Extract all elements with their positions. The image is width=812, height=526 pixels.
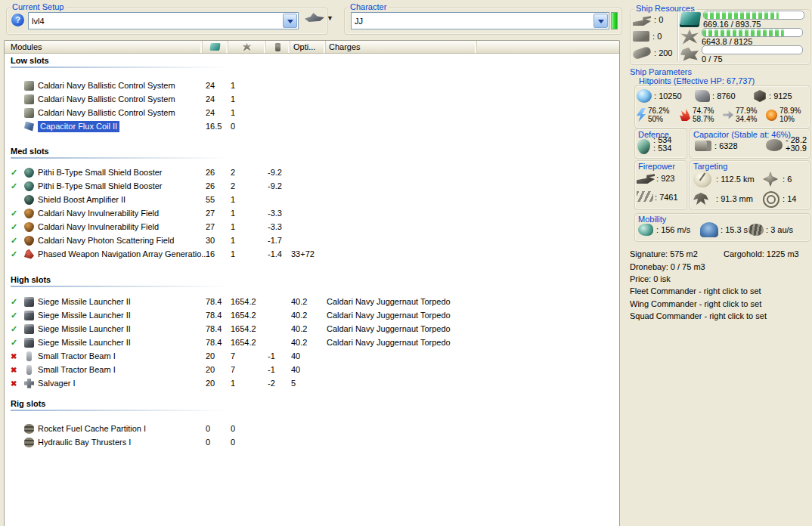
chevron-down-icon[interactable] [283, 14, 297, 28]
module-cpu-value: 0 [203, 422, 228, 435]
chevron-down-icon[interactable] [594, 14, 608, 28]
module-active-check-icon[interactable]: ✓ [5, 206, 24, 220]
module-charge-name [324, 376, 619, 390]
module-name-text: Hydraulic Bay Thrusters I [38, 438, 131, 447]
column-header-powergrid[interactable] [228, 41, 266, 53]
column-header-cpu[interactable] [203, 41, 228, 53]
module-active-check-icon[interactable]: ✓ [5, 179, 24, 193]
tractor-beam-icon [26, 365, 32, 375]
ship-select-button[interactable]: ▼ [305, 13, 333, 23]
help-icon[interactable] [11, 14, 24, 26]
module-powergrid-value: 0 [228, 435, 265, 449]
setup-combobox[interactable]: lvl4 [28, 12, 299, 29]
cargohold-line: Cargohold: 1225 m3 [724, 249, 799, 258]
module-active-check-icon[interactable]: ✓ [5, 308, 24, 322]
module-row[interactable]: ✖Small Tractor Beam I207-140 [5, 349, 619, 363]
character-combobox[interactable]: JJ [351, 12, 609, 29]
module-row[interactable]: ✓Caldari Navy Photon Scattering Field301… [5, 234, 619, 247]
resist-values: 78.9%10% [779, 107, 801, 123]
module-active-check-icon[interactable]: ✓ [5, 322, 24, 336]
targeting-range-icon [693, 171, 711, 187]
module-row[interactable]: ✓Pithi B-Type Small Shield Booster262-9.… [5, 179, 619, 193]
fleet-commander-line[interactable]: Fleet Commander - right click to set [630, 286, 761, 295]
mobility-align: 15.3 s [721, 225, 748, 234]
calibration-icon [632, 46, 652, 60]
module-capacitor-value [265, 336, 288, 349]
module-active-check-icon[interactable]: ✓ [5, 234, 24, 247]
module-active-check-icon[interactable]: ✓ [5, 295, 24, 308]
character-combobox-value: JJ [352, 17, 593, 26]
em-resist-icon [637, 108, 646, 122]
module-row[interactable]: ✓Siege Missile Launcher II78.41654.240.2… [5, 336, 619, 349]
module-capacitor-value [265, 322, 288, 336]
module-optimal-value [288, 193, 324, 206]
module-row[interactable]: ✓Caldari Navy Invulnerability Field271-3… [5, 206, 619, 220]
module-icon-cell [24, 349, 38, 363]
module-charge-name [324, 119, 619, 133]
module-name: Caldari Navy Invulnerability Field [38, 206, 203, 220]
module-row[interactable]: Shield Boost Amplifier II551 [5, 193, 619, 206]
module-row[interactable]: ✓Siege Missile Launcher II78.41654.240.2… [5, 295, 619, 308]
module-row[interactable]: ✓Siege Missile Launcher II78.41654.240.2… [5, 308, 619, 322]
module-row[interactable]: Rocket Fuel Cache Partition I00 [5, 422, 619, 435]
squad-commander-line[interactable]: Squad Commander - right click to set [630, 311, 767, 320]
slot-group-label: Rig slots [5, 399, 619, 410]
resist-base-pct: 10% [779, 115, 801, 123]
module-capacitor-value [265, 106, 288, 119]
module-icon-cell [24, 193, 38, 206]
module-row[interactable]: ✓Pithi B-Type Small Shield Booster262-9.… [5, 166, 619, 179]
module-charge-name [324, 106, 619, 119]
module-offline-cross-icon[interactable]: ✖ [5, 349, 24, 363]
module-powergrid-value: 1 [228, 92, 265, 106]
slot-group-underline [11, 410, 228, 411]
resource-bar-column: 669.16 / 893.75 [703, 11, 804, 29]
column-header-charges[interactable]: Charges [326, 41, 477, 53]
module-row[interactable]: ✓Phased Weapon Navigation Array Generati… [5, 247, 619, 261]
wing-commander-line[interactable]: Wing Commander - right click to set [630, 299, 761, 308]
module-section: Rig slotsRocket Fuel Cache Partition I00… [5, 399, 619, 449]
module-row[interactable]: ✓Siege Missile Launcher II78.41654.240.2… [5, 322, 619, 336]
module-optimal-value: 40.2 [288, 295, 324, 308]
module-row[interactable]: Caldari Navy Ballistic Control System241 [5, 92, 619, 106]
module-row[interactable]: Caldari Navy Ballistic Control System241 [5, 106, 619, 119]
module-offline-cross-icon[interactable]: ✖ [5, 363, 24, 376]
module-charge-name: Caldari Navy Juggernaut Torpedo [324, 295, 619, 308]
invulnerability-icon [24, 222, 34, 232]
column-header-capacitor[interactable] [266, 41, 290, 53]
rig-icon [24, 438, 34, 447]
module-row[interactable]: ✓Caldari Navy Invulnerability Field271-3… [5, 220, 619, 234]
shield-amplifier-icon [24, 195, 34, 205]
module-active-check-icon[interactable]: ✓ [5, 220, 24, 234]
resources-divider [677, 13, 678, 61]
module-rows: ✓Siege Missile Launcher II78.41654.240.2… [5, 295, 619, 390]
column-header-optimal[interactable]: Opti... [290, 41, 326, 53]
dronebay-icon [680, 48, 699, 61]
module-row[interactable]: ✖Small Tractor Beam I207-140 [5, 363, 619, 376]
defence-shield-icon [637, 139, 650, 154]
module-row[interactable]: ✖Salvager I201-25 [5, 376, 619, 390]
module-name-text: Siege Missile Launcher II [38, 311, 131, 320]
module-icon-cell [24, 308, 38, 322]
module-active-check-icon[interactable]: ✓ [5, 336, 24, 349]
module-optimal-value [288, 435, 324, 449]
module-active-check-icon[interactable]: ✓ [5, 166, 24, 179]
phased-weapon-icon [24, 249, 34, 259]
module-offline-cross-icon[interactable]: ✖ [5, 376, 24, 390]
module-capacitor-value [265, 92, 288, 106]
character-label: Character [348, 2, 389, 11]
module-name: Caldari Navy Photon Scattering Field [38, 234, 203, 247]
siege-launcher-icon [24, 297, 34, 307]
module-row[interactable]: Hydraulic Bay Thrusters I00 [5, 435, 619, 449]
module-cpu-value: 26 [203, 166, 228, 179]
hitpoint-pool-value: 8760 [712, 91, 736, 101]
module-state-blank [5, 106, 24, 119]
module-capacitor-value: -1 [265, 363, 288, 376]
module-capacitor-value: -1.7 [265, 234, 288, 247]
module-active-check-icon[interactable]: ✓ [5, 247, 24, 261]
resist-values: 77.9%34.4% [736, 107, 757, 123]
column-header-modules[interactable]: Modules [5, 41, 203, 53]
module-cpu-value: 27 [203, 206, 228, 220]
module-row[interactable]: Caldari Navy Ballistic Control System241 [5, 79, 619, 92]
module-name-text: Siege Missile Launcher II [38, 338, 131, 347]
module-row[interactable]: Capacitor Flux Coil II16.50 [5, 119, 619, 133]
